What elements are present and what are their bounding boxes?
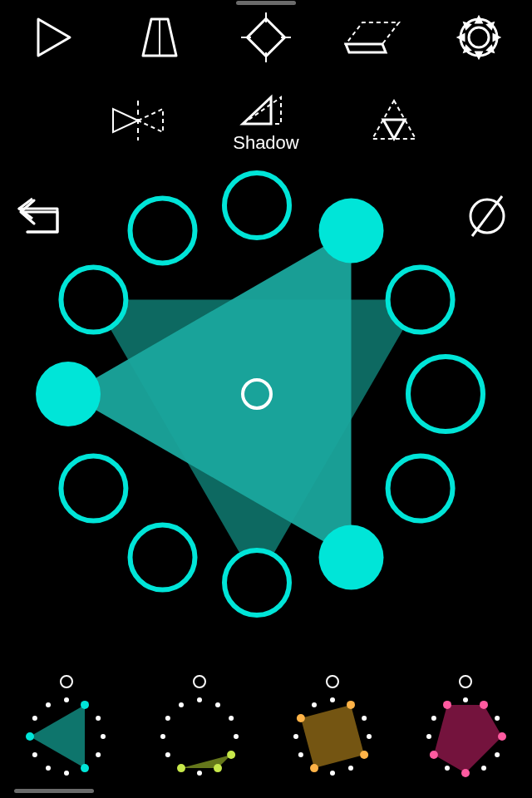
svg-point-33 [46, 702, 51, 707]
svg-point-71 [431, 716, 436, 721]
preset-square[interactable] [270, 675, 395, 791]
svg-point-31 [26, 732, 34, 741]
preset-bar [0, 673, 532, 798]
preset-triangle[interactable] [4, 675, 129, 791]
diamond-button[interactable] [226, 4, 306, 71]
svg-point-37 [229, 716, 234, 721]
triforce-button[interactable] [341, 83, 447, 158]
svg-marker-9 [346, 44, 386, 52]
ring-node[interactable] [224, 550, 289, 615]
svg-point-26 [96, 752, 101, 757]
parallelogram-button[interactable] [332, 4, 412, 71]
svg-marker-60 [434, 705, 502, 773]
reflect-button[interactable] [85, 83, 191, 158]
svg-point-50 [362, 716, 367, 721]
ring-node-selected[interactable] [36, 362, 101, 426]
svg-point-45 [165, 716, 170, 721]
preset-thumbnail [18, 692, 115, 781]
trapezoid-icon [136, 14, 183, 61]
svg-point-24 [96, 716, 101, 721]
shadow-label: Shadow [233, 132, 299, 154]
svg-point-68 [445, 766, 450, 771]
shadow-button[interactable]: Shadow [213, 83, 319, 158]
svg-point-44 [160, 734, 165, 739]
preset-indicator-dot [459, 675, 472, 688]
diamond-icon [239, 11, 293, 64]
svg-point-53 [348, 766, 353, 771]
ring-node[interactable] [224, 173, 289, 238]
svg-point-59 [312, 702, 317, 707]
svg-marker-12 [113, 109, 138, 132]
toolbar-row-1 [0, 0, 532, 75]
svg-marker-13 [138, 109, 163, 132]
toolbar-row-2: Shadow [0, 75, 532, 166]
svg-point-35 [197, 697, 202, 702]
svg-point-58 [297, 714, 305, 722]
shape-ring[interactable] [0, 158, 532, 673]
ring-node[interactable] [408, 357, 483, 431]
svg-point-23 [81, 701, 89, 709]
svg-point-41 [197, 771, 202, 776]
svg-point-52 [360, 751, 368, 759]
svg-point-57 [293, 734, 298, 739]
ring-node[interactable] [388, 268, 453, 332]
settings-button[interactable] [439, 4, 519, 71]
svg-point-54 [330, 771, 335, 776]
svg-marker-0 [38, 19, 70, 56]
svg-marker-21 [30, 705, 85, 768]
svg-point-63 [495, 716, 500, 721]
svg-point-51 [367, 734, 372, 739]
triforce-icon [367, 97, 421, 144]
svg-point-69 [430, 751, 438, 759]
preset-triangle-small[interactable] [137, 675, 262, 791]
svg-point-32 [32, 716, 37, 721]
trapezoid-button[interactable] [120, 4, 200, 71]
ring-node[interactable] [388, 456, 453, 521]
ring-node-selected[interactable] [319, 198, 384, 263]
svg-point-48 [330, 697, 335, 702]
svg-marker-47 [301, 705, 364, 768]
svg-marker-18 [383, 120, 405, 139]
svg-point-11 [461, 19, 497, 56]
svg-point-43 [165, 752, 170, 757]
preset-pentagon[interactable] [403, 675, 528, 791]
svg-point-42 [177, 764, 185, 772]
svg-point-30 [32, 752, 37, 757]
svg-point-10 [469, 27, 489, 47]
svg-point-55 [310, 764, 318, 772]
svg-point-66 [481, 766, 486, 771]
svg-point-49 [347, 701, 355, 709]
svg-point-62 [480, 701, 488, 709]
ring-node[interactable] [61, 456, 126, 521]
ring-node[interactable] [61, 268, 126, 332]
svg-point-67 [461, 769, 470, 777]
shadow-icon [236, 87, 296, 134]
svg-point-29 [46, 766, 51, 771]
ring-node[interactable] [131, 198, 195, 263]
svg-point-64 [498, 732, 506, 741]
preset-indicator-dot [60, 675, 73, 688]
preset-indicator-dot [193, 675, 206, 688]
svg-point-61 [463, 697, 468, 702]
svg-point-28 [64, 771, 69, 776]
preset-active-underline [14, 789, 94, 793]
svg-point-46 [179, 702, 184, 707]
svg-point-25 [101, 734, 106, 739]
svg-point-27 [81, 764, 89, 772]
svg-marker-16 [243, 97, 271, 124]
svg-point-70 [426, 734, 431, 739]
preset-thumbnail [151, 692, 248, 781]
svg-point-56 [298, 752, 303, 757]
svg-point-72 [443, 701, 451, 709]
preset-thumbnail [284, 692, 381, 781]
reflect-icon [108, 97, 168, 144]
preset-indicator-dot [326, 675, 339, 688]
ring-node[interactable] [131, 525, 195, 590]
ring-node-selected[interactable] [319, 525, 384, 590]
gear-icon [456, 14, 502, 61]
svg-rect-3 [247, 18, 284, 56]
svg-point-22 [64, 697, 69, 702]
play-button[interactable] [13, 4, 93, 71]
svg-point-38 [234, 734, 239, 739]
svg-point-39 [227, 751, 235, 759]
